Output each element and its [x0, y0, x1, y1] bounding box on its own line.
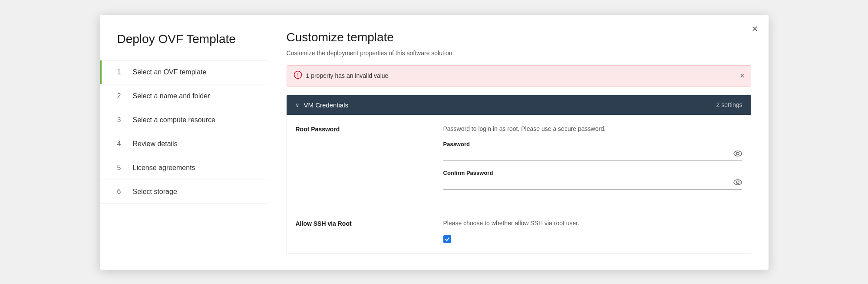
allow-ssh-label: Allow SSH via Root [296, 220, 352, 227]
content-title: Customize template [287, 30, 751, 44]
section-count: 2 settings [716, 101, 743, 108]
step-num-4: 4 [117, 140, 127, 148]
root-password-content: Password to login in as root. Please use… [443, 125, 742, 198]
sidebar-step-3[interactable]: 3 Select a compute resource [100, 108, 269, 132]
password-field-group: Password [443, 141, 742, 161]
password-eye-icon[interactable] [733, 150, 742, 159]
sidebar-step-4[interactable]: 4 Review details [100, 132, 269, 156]
step-num-6: 6 [117, 188, 127, 196]
svg-point-5 [736, 181, 739, 184]
confirm-password-label: Confirm Password [443, 170, 742, 176]
sidebar-title: Deploy OVF Template [100, 32, 269, 60]
svg-text:!: ! [297, 72, 299, 77]
step-label-4: Review details [133, 140, 178, 148]
password-label: Password [443, 141, 742, 147]
allow-ssh-description: Please choose to whether allow SSH via r… [443, 220, 742, 227]
error-banner-close-button[interactable]: × [740, 72, 745, 80]
step-label-3: Select a compute resource [133, 116, 215, 124]
section-body: Root Password Password to login in as ro… [287, 115, 751, 254]
allow-ssh-checkbox-wrap [443, 235, 742, 243]
step-label-1: Select an OVF template [133, 68, 207, 76]
allow-ssh-checkbox[interactable] [443, 235, 451, 243]
deploy-ovf-dialog: Deploy OVF Template 1 Select an OVF temp… [100, 15, 769, 270]
section-header[interactable]: ∨ VM Credentials 2 settings [287, 95, 751, 115]
content-subtitle: Customize the deployment properties of t… [287, 50, 751, 57]
section-title: VM Credentials [304, 101, 716, 109]
confirm-password-input-wrap [443, 179, 742, 190]
root-password-row: Root Password Password to login in as ro… [287, 115, 751, 209]
confirm-password-input[interactable] [443, 179, 730, 187]
password-input[interactable] [443, 150, 730, 159]
main-content: × Customize template Customize the deplo… [269, 15, 769, 270]
close-dialog-button[interactable]: × [752, 23, 758, 34]
sidebar-step-1[interactable]: 1 Select an OVF template [100, 60, 269, 84]
step-label-6: Select storage [133, 188, 177, 196]
root-password-label-col: Root Password [296, 125, 443, 198]
step-num-5: 5 [117, 164, 127, 172]
allow-ssh-label-col: Allow SSH via Root [296, 220, 443, 243]
step-num-2: 2 [117, 92, 127, 100]
vm-credentials-section: ∨ VM Credentials 2 settings Root Passwor… [287, 95, 751, 254]
confirm-password-field-group: Confirm Password [443, 170, 742, 190]
sidebar-step-2[interactable]: 2 Select a name and folder [100, 84, 269, 108]
root-password-description: Password to login in as root. Please use… [443, 125, 742, 132]
allow-ssh-row: Allow SSH via Root Please choose to whet… [287, 209, 751, 254]
step-label-2: Select a name and folder [133, 92, 210, 100]
svg-point-2 [734, 151, 742, 156]
error-circle-icon: ! [294, 71, 302, 81]
step-num-3: 3 [117, 116, 127, 124]
password-input-wrap [443, 150, 742, 161]
sidebar-steps: 1 Select an OVF template 2 Select a name… [100, 60, 269, 204]
chevron-down-icon: ∨ [295, 102, 300, 108]
confirm-password-eye-icon[interactable] [733, 179, 742, 187]
error-banner: ! 1 property has an invalid value × [287, 65, 751, 87]
step-num-1: 1 [117, 68, 127, 76]
svg-point-4 [734, 180, 742, 185]
sidebar-step-6[interactable]: 6 Select storage [100, 180, 269, 204]
step-label-5: License agreements [133, 164, 195, 172]
error-banner-text: 1 property has an invalid value [306, 72, 744, 79]
sidebar: Deploy OVF Template 1 Select an OVF temp… [100, 15, 269, 270]
root-password-label: Root Password [296, 126, 340, 133]
sidebar-step-5[interactable]: 5 License agreements [100, 156, 269, 180]
allow-ssh-content: Please choose to whether allow SSH via r… [443, 220, 742, 243]
svg-point-3 [736, 152, 739, 155]
